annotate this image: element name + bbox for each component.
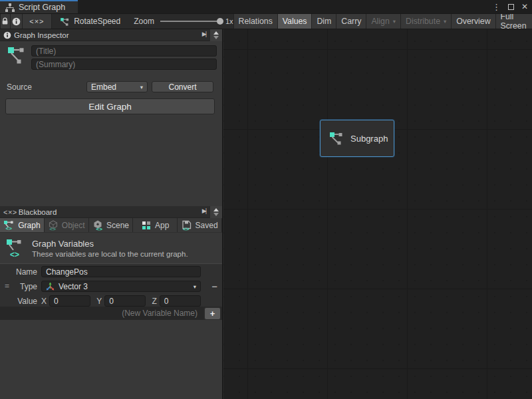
close-icon[interactable]: ✕: [521, 3, 528, 11]
maximize-icon[interactable]: [508, 4, 514, 10]
sidebar: Graph Inspector ▶| Source Embed ▾ Conver…: [0, 29, 223, 399]
tab-saved-variables[interactable]: <> Saved: [178, 218, 222, 232]
node-label: Subgraph: [350, 134, 388, 144]
svg-text:<>: <>: [10, 250, 19, 259]
graph-title-section: [7, 45, 217, 70]
tab-graph-variables[interactable]: <> Graph: [0, 218, 45, 232]
axis-y-label: Y: [96, 297, 102, 306]
chevron-down-icon: ▾: [194, 283, 196, 290]
graph-breadcrumb[interactable]: RotateSpeed: [60, 14, 120, 29]
window-controls: ⋮ ✕: [492, 0, 528, 13]
scroll-down-icon[interactable]: [213, 213, 219, 216]
vector3-icon: [46, 282, 55, 291]
toggle-values[interactable]: Values: [277, 14, 312, 29]
graph-variables-section: <> Graph Variables These variables are l…: [0, 233, 222, 263]
tab-title: Script Graph: [19, 3, 65, 12]
graph-title-fields: [31, 45, 217, 70]
align-dropdown[interactable]: Align ▾: [366, 14, 400, 29]
scroll-down-icon[interactable]: [213, 36, 219, 39]
value-x-input[interactable]: [49, 295, 90, 307]
panel-scroll-arrows[interactable]: [209, 29, 222, 41]
graph-canvas[interactable]: Subgraph: [223, 29, 532, 399]
add-variable-button[interactable]: +: [204, 307, 221, 320]
graph-inspector-header: Graph Inspector ▶|: [0, 29, 222, 41]
source-row: Source Embed ▾ Convert: [7, 81, 213, 92]
source-value: Embed: [91, 82, 116, 92]
blackboard-header: <×> Blackboard ▶|: [0, 206, 222, 218]
graph-hierarchy-icon: [5, 3, 15, 12]
new-variable-input[interactable]: [0, 307, 203, 320]
new-variable-row: +: [0, 307, 222, 320]
variable-name-input[interactable]: [41, 266, 201, 277]
angle-x-icon: <×>: [29, 17, 44, 25]
axis-x-label: X: [41, 297, 47, 306]
variable-type-select[interactable]: Vector 3 ▾: [41, 281, 201, 292]
svg-text:<>: <>: [49, 225, 56, 231]
scroll-up-icon[interactable]: [213, 31, 219, 35]
section-title: Graph Variables: [32, 239, 188, 249]
variables-toggle-button[interactable]: <×>: [23, 14, 53, 29]
svg-text:<>: <>: [183, 225, 190, 230]
scene-variables-icon: <>: [92, 220, 103, 231]
dock-panel-icon[interactable]: ▶|: [202, 31, 205, 37]
value-z-input[interactable]: [160, 295, 201, 307]
toggle-carry[interactable]: Carry: [336, 14, 366, 29]
value-label: Value: [0, 297, 37, 306]
scroll-up-icon[interactable]: [213, 208, 219, 211]
zoom-slider[interactable]: [160, 21, 221, 22]
lock-icon: [1, 17, 9, 25]
tab-script-graph[interactable]: Script Graph: [0, 0, 78, 13]
panel-scroll-arrows[interactable]: [209, 206, 222, 218]
toggle-relations[interactable]: Relations: [233, 14, 277, 29]
variable-type-row: = Type Vector 3 ▾ −: [0, 281, 222, 292]
blackboard-tabs: <> Graph <> Object <> Scene: [0, 218, 222, 233]
graph-variables-icon: <>: [5, 238, 25, 258]
source-select[interactable]: Embed ▾: [86, 81, 148, 92]
drag-handle-icon[interactable]: =: [5, 284, 9, 289]
chevron-down-icon: ▾: [444, 18, 446, 25]
saved-variables-icon: <>: [182, 220, 192, 231]
subgraph-icon: [329, 131, 344, 146]
svg-text:<>: <>: [6, 225, 13, 231]
svg-text:<>: <>: [96, 225, 102, 230]
graph-icon: [7, 45, 27, 66]
toggle-dim[interactable]: Dim: [311, 14, 336, 29]
value-y-input[interactable]: [104, 295, 146, 307]
distribute-dropdown[interactable]: Distribute ▾: [400, 14, 451, 29]
lock-button[interactable]: [0, 14, 11, 29]
overview-button[interactable]: Overview: [451, 14, 495, 29]
graph-variables-icon: <>: [3, 220, 15, 231]
variable-editor: Name = Type Vector 3 ▾ − Value: [0, 263, 222, 307]
graph-title-input[interactable]: [31, 45, 217, 57]
zoom-label: Zoom: [134, 17, 154, 26]
tab-object-variables[interactable]: <> Object: [45, 218, 89, 232]
name-label: Name: [0, 267, 37, 277]
info-icon: [3, 31, 11, 39]
inspect-toggle-button[interactable]: [11, 14, 23, 29]
tab-scene-variables[interactable]: <> Scene: [89, 218, 134, 232]
zoom-slider-handle[interactable]: [217, 18, 223, 25]
convert-button[interactable]: Convert: [152, 81, 213, 92]
app-variables-icon: [141, 220, 152, 231]
variable-value-row: Value X Y Z: [0, 295, 222, 307]
window-tab-bar: Script Graph ⋮ ✕: [0, 0, 532, 13]
script-graph-icon: [60, 17, 70, 26]
variable-name-row: Name: [0, 266, 222, 277]
info-icon: [12, 17, 21, 26]
object-variables-icon: <>: [48, 220, 59, 231]
graph-variables-text: Graph Variables These variables are loca…: [32, 239, 188, 258]
fullscreen-button[interactable]: Full Screen: [495, 14, 532, 29]
panel-title: Graph Inspector: [14, 31, 68, 39]
graph-summary-input[interactable]: [31, 59, 217, 70]
variables-icon: <×>: [3, 208, 17, 216]
subgraph-node[interactable]: Subgraph: [320, 120, 394, 157]
edit-graph-button[interactable]: Edit Graph: [5, 98, 215, 114]
graph-toolbar: <×> RotateSpeed Zoom 1x Relations Values…: [0, 13, 532, 29]
breadcrumb-label: RotateSpeed: [74, 17, 120, 26]
dock-panel-icon[interactable]: ▶|: [202, 207, 205, 214]
axis-z-label: Z: [152, 297, 156, 306]
zoom-control: Zoom 1x: [134, 14, 233, 29]
window-menu-icon[interactable]: ⋮: [492, 3, 501, 11]
remove-variable-button[interactable]: −: [211, 281, 217, 292]
tab-app-variables[interactable]: App: [133, 218, 178, 232]
